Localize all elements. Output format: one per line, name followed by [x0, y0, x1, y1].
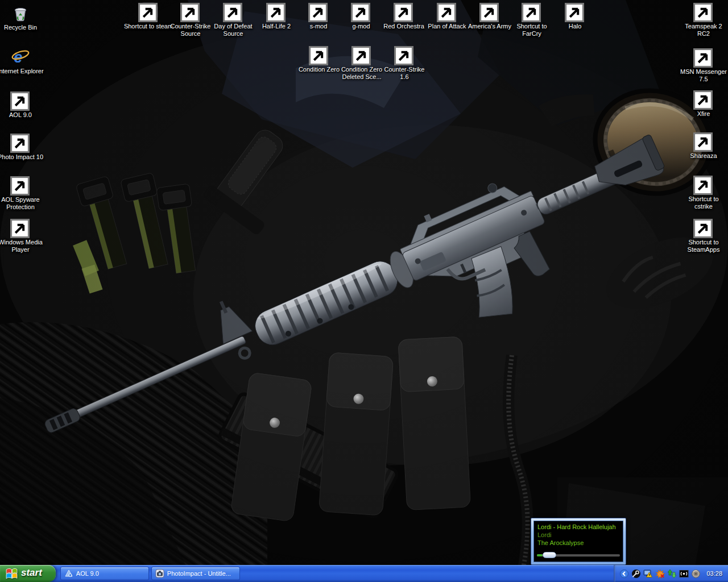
- recycle-bin-icon: [11, 3, 30, 23]
- steam-tray-icon[interactable]: [631, 569, 641, 579]
- media-player-window[interactable]: Lordi - Hard Rock Hallelujah Lordi The A…: [531, 518, 626, 565]
- red-orchestra-icon: 1: [394, 2, 413, 22]
- desktop-icon-windows-media-player[interactable]: Windows Media Player: [0, 218, 46, 253]
- desktop-icon-shortcut-to-cstrike[interactable]: Shortcut to cstrike: [679, 175, 728, 210]
- seek-thumb[interactable]: [543, 552, 556, 558]
- desktop-icon-label: Internet Explorer: [0, 68, 46, 75]
- start-button[interactable]: start: [0, 565, 56, 582]
- photo-impact-10-icon: [11, 133, 30, 152]
- condition-zero-deleted-scenes-icon: [352, 45, 371, 65]
- desktop-icon-label: Shortcut to FarCry: [507, 23, 557, 38]
- desktop-icon-label: Photo Impact 10: [0, 153, 46, 161]
- network-activity-tray-icon[interactable]: [667, 569, 677, 579]
- internet-explorer-icon: e: [11, 47, 30, 66]
- desktop-icon-counter-strike-1-6[interactable]: Counter-Strike 1.6: [379, 45, 429, 81]
- shortcut-to-steam-icon: [139, 2, 158, 22]
- desktop-icon-teamspeak-2-rc2[interactable]: TSTeamspeak 2 RC2: [679, 2, 728, 38]
- desktop-icon-label: Red Orchestra: [379, 23, 429, 30]
- desktop-icon-internet-explorer[interactable]: eInternet Explorer: [0, 47, 46, 75]
- wallpaper-rifle-photo: [0, 0, 728, 582]
- track-artist: Lordi: [537, 531, 619, 539]
- americas-army-icon: [480, 2, 499, 22]
- day-of-defeat-source-icon: [224, 2, 243, 22]
- desktop-icon-label: Recycle Bin: [0, 24, 46, 31]
- desktop-icon-label: MSN Messenger 7.5: [679, 68, 728, 83]
- taskbar: start AOL 9.0PhotoImpact - Untitle... 03…: [0, 565, 728, 582]
- counter-strike-1-6-icon: [395, 45, 414, 65]
- desktop-icon-label: Shortcut to cstrike: [679, 196, 728, 210]
- desktop-icon-label: AOL Spyware Protection: [0, 196, 46, 211]
- task-label: AOL 9.0: [76, 570, 99, 577]
- teamspeak-2-rc2-icon: TS: [694, 2, 713, 22]
- desktop[interactable]: Recycle BineInternet ExplorerAOL 9.0Phot…: [0, 0, 728, 582]
- desktop-icon-msn-messenger-7-5[interactable]: MSN Messenger 7.5: [679, 48, 728, 83]
- desktop-icon-label: Windows Media Player: [0, 239, 46, 253]
- shortcut-to-cstrike-icon: [694, 175, 713, 194]
- desktop-icon-red-orchestra[interactable]: 1Red Orchestra: [379, 2, 429, 30]
- desktop-icon-label: Shortcut to SteamApps: [679, 239, 728, 253]
- desktop-icon-label: Shareaza: [679, 152, 728, 160]
- shareaza-icon: [694, 132, 713, 151]
- s-mod-icon: s: [309, 2, 328, 22]
- task-label: PhotoImpact - Untitle...: [167, 570, 231, 577]
- windows-flag-icon: [5, 567, 18, 580]
- hidden-icons-chevron[interactable]: [619, 569, 629, 579]
- desktop-icon-shortcut-to-steamapps[interactable]: Shortcut to SteamApps: [679, 218, 728, 253]
- desktop-icon-aol-9-0[interactable]: AOL 9.0: [0, 91, 46, 119]
- xfire-icon: FIRE: [694, 90, 713, 109]
- seek-bar[interactable]: [537, 551, 620, 559]
- desktop-icon-label: Day of Defeat Source: [208, 23, 258, 38]
- clock[interactable]: 03:28: [706, 570, 722, 577]
- g-mod-icon: [351, 2, 371, 22]
- media-player-display: Lordi - Hard Rock Hallelujah Lordi The A…: [533, 521, 623, 562]
- desktop-icon-label: Xfire: [679, 110, 728, 118]
- aol-spyware-protection-icon: [11, 176, 30, 195]
- desktop-icon-label: Halo: [550, 23, 600, 30]
- start-label: start: [21, 567, 42, 579]
- desktop-icon-shortcut-to-farcry[interactable]: FCShortcut to FarCry: [507, 2, 557, 38]
- plan-of-attack-icon: 1: [437, 2, 457, 22]
- track-title: Lordi - Hard Rock Hallelujah: [537, 523, 619, 531]
- seek-progress: [537, 554, 543, 556]
- desktop-icon-recycle-bin[interactable]: Recycle Bin: [0, 3, 46, 31]
- task-photoimpact[interactable]: PhotoImpact - Untitle...: [151, 567, 240, 580]
- desktop-icon-day-of-defeat-source[interactable]: Day of Defeat Source: [208, 2, 258, 38]
- volume-tray-icon[interactable]: [691, 569, 701, 579]
- desktop-icon-label: Counter-Strike 1.6: [379, 66, 429, 81]
- track-album: The Arockalypse: [537, 539, 619, 547]
- system-tray: 03:28: [614, 565, 728, 582]
- shortcut-to-farcry-icon: FC: [522, 2, 541, 22]
- half-life-2-icon: 2: [267, 2, 286, 22]
- msn-messenger-7-5-icon: [694, 48, 713, 67]
- alert-burst-tray-icon[interactable]: [655, 569, 665, 579]
- display-alert-tray-icon[interactable]: [643, 569, 653, 579]
- desktop-icon-photo-impact-10[interactable]: Photo Impact 10: [0, 133, 46, 161]
- desktop-icon-halo[interactable]: Halo: [550, 2, 600, 30]
- desktop-icon-aol-spyware-protection[interactable]: AOL Spyware Protection: [0, 176, 46, 211]
- desktop-icon-xfire[interactable]: FIREXfire: [679, 90, 728, 118]
- task-buttons: AOL 9.0PhotoImpact - Untitle...: [60, 567, 240, 580]
- desktop-icon-label: AOL 9.0: [0, 111, 46, 119]
- halo-icon: [565, 2, 585, 22]
- desktop-icon-shareaza[interactable]: Shareaza: [679, 132, 728, 160]
- desktop-icon-label: Teamspeak 2 RC2: [679, 23, 728, 38]
- wireless-signal-tray-icon[interactable]: [679, 569, 689, 579]
- task-aol-9-0[interactable]: AOL 9.0: [60, 567, 149, 580]
- windows-media-player-icon: [11, 218, 30, 238]
- condition-zero-icon: [309, 45, 329, 65]
- shortcut-to-steamapps-icon: [694, 218, 713, 238]
- counter-strike-source-icon: [181, 2, 200, 22]
- aol-9-0-icon: [11, 91, 30, 110]
